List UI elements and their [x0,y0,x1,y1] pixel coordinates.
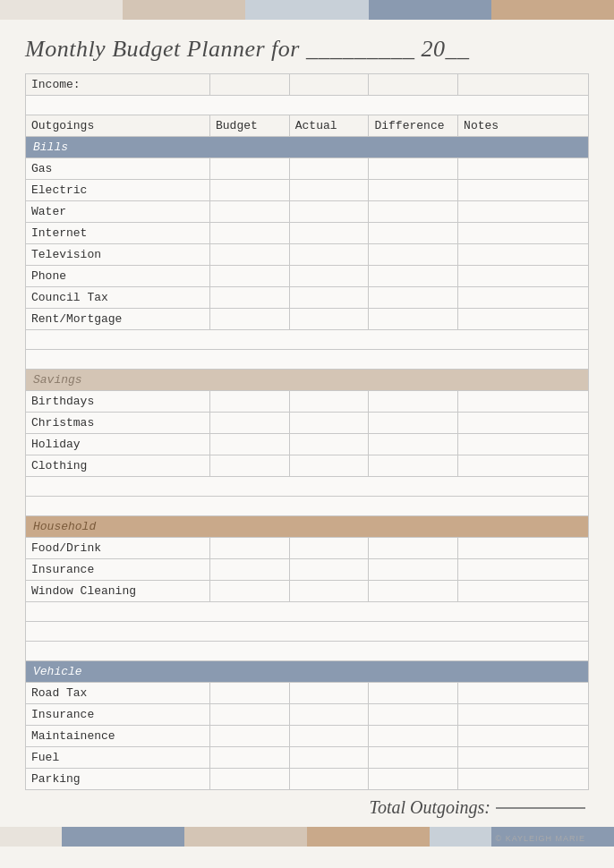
top-bar-segment [245,0,307,20]
label-clothing: Clothing [26,455,210,477]
income-row: Income: [26,74,589,96]
copyright-text: © Kayleigh Marie [496,834,586,843]
top-bar-segment [430,0,491,20]
total-outgoings-label: Total Outgoings: [370,797,490,818]
header-actual: Actual [289,115,369,137]
label-rent-mortgage: Rent/Mortgage [26,309,210,330]
label-christmas: Christmas [26,413,210,434]
row-clothing: Clothing [26,455,589,477]
income-actual[interactable] [289,74,369,96]
label-holiday: Holiday [26,434,210,455]
top-bar-segment [62,0,124,20]
row-insurance-household: Insurance [26,559,589,581]
row-gas: Gas [26,158,589,180]
bottom-bar-segment [184,827,246,847]
savings-empty-2 [26,497,589,516]
savings-empty-1 [26,477,589,497]
label-food-drink: Food/Drink [26,538,210,559]
household-section-header: Household [26,516,589,538]
bills-empty-1 [26,330,589,350]
row-holiday: Holiday [26,434,589,455]
household-empty-2 [26,622,589,642]
bottom-bar-segment [123,827,184,847]
bottom-bar-segment [369,827,431,847]
bills-empty-2 [26,350,589,370]
label-fuel: Fuel [26,747,210,769]
row-christmas: Christmas [26,413,589,434]
bills-section-header: Bills [26,137,589,158]
bottom-bar-segment [245,827,307,847]
row-phone: Phone [26,266,589,287]
top-bar-segment [491,0,553,20]
label-electric: Electric [26,180,210,201]
label-window-cleaning: Window Cleaning [26,581,210,602]
top-bar-segment [369,0,431,20]
label-road-tax: Road Tax [26,683,210,704]
bills-label: Bills [26,137,589,158]
row-maintainence: Maintainence [26,726,589,747]
top-color-bar [0,0,614,20]
header-difference: Difference [369,115,458,137]
income-label: Income: [26,74,210,96]
column-headers: Outgoings Budget Actual Difference Notes [26,115,589,137]
gas-actual[interactable] [289,158,369,180]
label-council-tax: Council Tax [26,287,210,309]
header-budget: Budget [210,115,290,137]
header-outgoings: Outgoings [26,115,210,137]
income-budget[interactable] [210,74,290,96]
label-insurance-vehicle: Insurance [26,704,210,726]
gas-notes[interactable] [458,158,589,180]
label-phone: Phone [26,266,210,287]
top-bar-segment [184,0,246,20]
gas-budget[interactable] [210,158,290,180]
header-notes: Notes [458,115,589,137]
row-council-tax: Council Tax [26,287,589,309]
household-empty-3 [26,642,589,661]
row-television: Television [26,244,589,266]
page-title: Monthly Budget Planner for _________ 20_… [25,36,589,63]
gas-diff[interactable] [369,158,458,180]
household-label: Household [26,516,589,538]
label-insurance-household: Insurance [26,559,210,581]
top-bar-segment [0,0,62,20]
row-window-cleaning: Window Cleaning [26,581,589,602]
label-maintainence: Maintainence [26,726,210,747]
bottom-bar-segment [307,827,369,847]
savings-section-header: Savings [26,370,589,391]
vehicle-label: Vehicle [26,661,589,683]
row-parking: Parking [26,769,589,790]
budget-table: Income: Outgoings Budget Actual Differen… [25,73,589,790]
savings-label: Savings [26,370,589,391]
bottom-bar-segment [62,827,124,847]
label-internet: Internet [26,223,210,244]
row-water: Water [26,201,589,223]
vehicle-section-header: Vehicle [26,661,589,683]
income-notes[interactable] [458,74,589,96]
total-outgoings-section: Total Outgoings: [25,797,585,818]
row-insurance-vehicle: Insurance [26,704,589,726]
row-birthdays: Birthdays [26,391,589,413]
bottom-bar-segment [0,827,62,847]
label-water: Water [26,201,210,223]
bottom-bar-segment [430,827,491,847]
income-difference[interactable] [369,74,458,96]
label-gas: Gas [26,158,210,180]
total-outgoings-line[interactable] [496,807,585,809]
row-food-drink: Food/Drink [26,538,589,559]
household-empty-1 [26,602,589,622]
separator-row [26,96,589,115]
top-bar-segment [552,0,614,20]
top-bar-segment [307,0,369,20]
row-road-tax: Road Tax [26,683,589,704]
label-birthdays: Birthdays [26,391,210,413]
row-internet: Internet [26,223,589,244]
row-rent-mortgage: Rent/Mortgage [26,309,589,330]
top-bar-segment [123,0,184,20]
row-fuel: Fuel [26,747,589,769]
row-electric: Electric [26,180,589,201]
label-parking: Parking [26,769,210,790]
label-television: Television [26,244,210,266]
